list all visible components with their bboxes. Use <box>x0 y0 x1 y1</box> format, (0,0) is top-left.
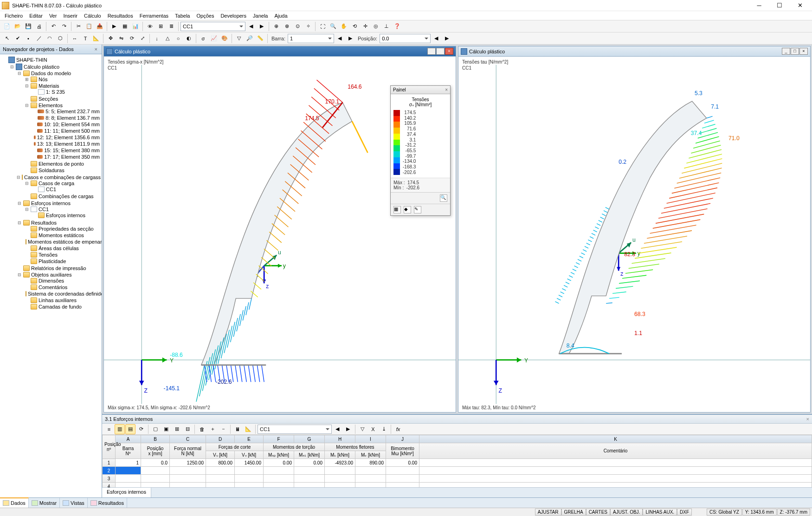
status-btn-grelha[interactable]: GRELHA <box>561 509 586 516</box>
menu-cálculo[interactable]: Cálculo <box>81 13 104 19</box>
filter-icon[interactable]: ▽ <box>234 33 244 44</box>
menu-resultados[interactable]: Resultados <box>105 13 136 19</box>
menu-opções[interactable]: Opções <box>193 13 217 19</box>
tree-element-4[interactable]: 12: 12; Element 1356.6 mm <box>32 135 102 140</box>
ortho-icon[interactable]: ⊥ <box>381 21 392 32</box>
undo-icon[interactable]: ↶ <box>48 21 58 32</box>
tt-j-icon[interactable]: － <box>218 424 228 434</box>
menu-ficheiro[interactable]: Ficheiro <box>2 13 26 19</box>
node-icon[interactable]: • <box>23 33 33 44</box>
view-close-icon[interactable]: × <box>445 48 453 55</box>
tt-i-icon[interactable]: ＋ <box>207 424 218 434</box>
tt-first-icon[interactable]: ≡ <box>104 424 114 434</box>
tree-element-3[interactable]: 11: 11; Element 500 mm <box>32 128 102 134</box>
tree-combos[interactable]: Combinações de cargas <box>24 194 102 199</box>
find-icon[interactable]: 🔎 <box>245 33 255 44</box>
tree-element-0[interactable]: 5: 5; Element 232.7 mm <box>32 109 102 114</box>
tt-fx-icon[interactable]: fx <box>393 424 403 434</box>
close-button[interactable]: ✕ <box>790 0 810 11</box>
tree-nodes[interactable]: ⊞Nós <box>24 77 102 82</box>
tree-aux[interactable]: ⊟Objetos auxiliares <box>17 272 102 277</box>
tt-export-icon[interactable]: ⤓ <box>379 424 389 434</box>
legend-tab2-icon[interactable]: ◆ <box>404 206 411 213</box>
menu-ferramentas[interactable]: Ferramentas <box>137 13 171 19</box>
release-icon[interactable]: ○ <box>173 33 183 44</box>
osnap-icon[interactable]: ◎ <box>371 21 381 32</box>
tree-materials[interactable]: ⊟Materiais <box>24 83 102 89</box>
tt-filter-icon[interactable]: ▽ <box>357 424 367 434</box>
tt-excel-icon[interactable]: X <box>368 424 378 434</box>
mirror-icon[interactable]: ⇋ <box>116 33 126 44</box>
status-btn-dxf[interactable]: DXF <box>677 509 692 516</box>
results-icon[interactable]: 📊 <box>130 21 141 32</box>
tt-k-icon[interactable]: 🖩 <box>232 424 243 434</box>
tree-welds[interactable]: Soldaduras <box>24 168 102 173</box>
tree-aux-0[interactable]: Dimensões <box>24 278 102 284</box>
tree-element-5[interactable]: 13: 13; Element 1811.9 mm <box>32 141 102 147</box>
tree-element-6[interactable]: 15: 15; Element 380 mm <box>32 148 102 153</box>
tree-internal[interactable]: ⊟Esforços internos <box>17 200 102 206</box>
color-icon[interactable]: 🎨 <box>219 33 230 44</box>
help-icon[interactable]: ❓ <box>392 21 402 32</box>
scale-icon[interactable]: ⤢ <box>137 33 148 44</box>
loadcase-select[interactable]: CC1 <box>180 22 245 31</box>
pos-next-icon[interactable]: ▶ <box>442 33 452 44</box>
tree-results[interactable]: ⊟Resultados <box>17 220 102 226</box>
view-max-icon[interactable]: □ <box>791 48 799 55</box>
open-icon[interactable]: 📂 <box>13 21 23 32</box>
table-close-icon[interactable]: × <box>806 416 809 422</box>
tree-result-3[interactable]: Áreas das células <box>24 245 102 251</box>
table-tab-active[interactable]: Esforços internos <box>102 488 151 497</box>
menu-tabela[interactable]: Tabela <box>172 13 193 19</box>
tree-aux-2[interactable]: Sistema de coordenadas definido pelo <box>24 291 102 297</box>
tt-h-icon[interactable]: 🗑 <box>197 424 207 434</box>
tree-root[interactable]: SHAPE-THIN <box>2 57 102 63</box>
diagram-icon[interactable]: 📈 <box>209 33 219 44</box>
tt-d-icon[interactable]: ▢ <box>150 424 161 434</box>
view-close-icon[interactable]: × <box>799 48 808 55</box>
tt-e-icon[interactable]: ▣ <box>161 424 171 434</box>
legend-titlebar[interactable]: Painel× <box>391 86 450 94</box>
select-icon[interactable]: ↖ <box>2 33 12 44</box>
table-icon[interactable]: ▦ <box>120 21 130 32</box>
tt-prev-icon[interactable]: ◀ <box>332 424 342 434</box>
legend-zoom-icon[interactable]: 🔍 <box>440 194 447 202</box>
pos-prev-icon[interactable]: ◀ <box>431 33 441 44</box>
tool-b-icon[interactable]: ⊗ <box>282 21 292 32</box>
status-btn-ajustar[interactable]: AJUSTAR <box>535 509 561 516</box>
menu-ver[interactable]: Ver <box>46 13 60 19</box>
rotate2-icon[interactable]: ⟳ <box>127 33 137 44</box>
measure-icon[interactable]: 📏 <box>255 33 265 44</box>
tt-f-icon[interactable]: ⊞ <box>172 424 182 434</box>
tree-project[interactable]: ⊟Cálculo plástico <box>9 64 102 70</box>
support-icon[interactable]: △ <box>162 33 173 44</box>
legend-tab1-icon[interactable]: ▦ <box>393 206 401 213</box>
tree-sections[interactable]: Secções <box>24 96 102 102</box>
view-icon[interactable]: 👁 <box>145 21 155 32</box>
tree-result-2[interactable]: Momentos estáticos de empenamento <box>24 239 102 245</box>
tree-cc1b[interactable]: ⊟CC1 <box>24 206 102 212</box>
status-btn-cartes[interactable]: CARTES <box>586 509 610 516</box>
section-icon[interactable]: 📐 <box>91 33 101 44</box>
nav-tab-mostrar[interactable]: Mostrar <box>29 498 60 508</box>
table-cc-select[interactable]: CC1 <box>258 425 332 434</box>
zoom-win-icon[interactable]: 🔍 <box>328 21 338 32</box>
tt-l-icon[interactable]: 📐 <box>243 424 253 434</box>
paste-icon[interactable]: 📥 <box>95 21 105 32</box>
nav-tab-vistas[interactable]: Vistas <box>60 498 88 508</box>
tree-result-1[interactable]: Momentos estáticos <box>24 232 102 238</box>
prev-lc-icon[interactable]: ◀ <box>246 21 256 32</box>
view-left-titlebar[interactable]: Cálculo plástico _ □ × <box>104 46 456 57</box>
navigator-close-icon[interactable]: × <box>93 46 99 52</box>
nav-tab-dados[interactable]: Dados <box>0 497 29 508</box>
tt-next-icon[interactable]: ▶ <box>343 424 353 434</box>
grid-icon[interactable]: ⊞ <box>155 21 166 32</box>
view-right-titlebar[interactable]: Cálculo plástico _ □ × <box>458 46 810 57</box>
tree-element-1[interactable]: 8: 8; Element 136.7 mm <box>32 115 102 121</box>
canvas-right[interactable]: Tensões tau [N/mm^2]CC1 Y Z y <box>458 57 810 412</box>
tree-pt-elements[interactable]: Elementos de ponto <box>24 161 102 167</box>
tt-a-icon[interactable]: ▥ <box>115 424 125 434</box>
load-icon[interactable]: ↓ <box>152 33 162 44</box>
tt-g-icon[interactable]: ⊟ <box>182 424 193 434</box>
poly-icon[interactable]: ⬡ <box>55 33 65 44</box>
